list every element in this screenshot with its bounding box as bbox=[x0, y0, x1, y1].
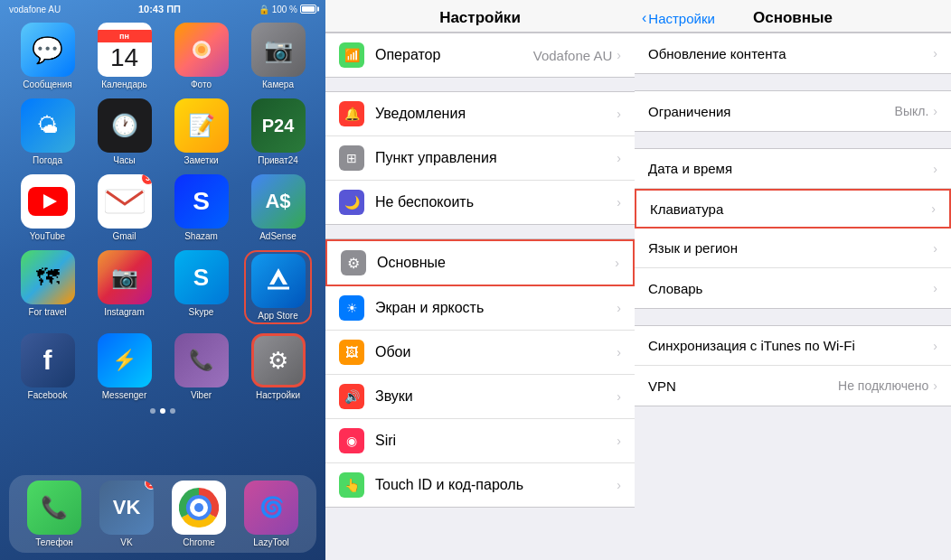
dictionary-chevron: › bbox=[933, 281, 937, 295]
restrictions-chevron: › bbox=[933, 104, 937, 118]
control-center-chevron: › bbox=[617, 151, 621, 165]
settings-list: 📶 Оператор Vodafone AU › 🔔 Уведомления ›… bbox=[325, 33, 635, 560]
appstore-label: App Store bbox=[258, 311, 297, 321]
dot-1 bbox=[150, 408, 155, 414]
dock-phone[interactable]: 📞 Телефон bbox=[27, 481, 81, 547]
settings-item-control-center[interactable]: ⊞ Пункт управления › bbox=[325, 136, 635, 181]
youtube-label: YouTube bbox=[30, 231, 65, 241]
app-messenger[interactable]: ⚡ Messenger bbox=[90, 333, 158, 400]
app-viber[interactable]: 📞 Viber bbox=[167, 333, 235, 400]
settings-section-operator: 📶 Оператор Vodafone AU › bbox=[325, 33, 635, 78]
settings-item-sounds[interactable]: 🔊 Звуки › bbox=[325, 375, 635, 419]
sounds-icon: 🔊 bbox=[339, 384, 364, 409]
settings-section-general: ⚙ Основные › ☀ Экран и яркость › 🖼 Обои … bbox=[325, 238, 635, 508]
camera-icon: 📷 bbox=[251, 23, 306, 77]
operator-icon: 📶 bbox=[339, 42, 364, 68]
general-item-restrictions[interactable]: Ограничения Выкл. › bbox=[635, 91, 951, 131]
app-photos[interactable]: Фото bbox=[167, 23, 235, 89]
shazam-icon: S bbox=[174, 174, 229, 229]
settings-item-display[interactable]: ☀ Экран и яркость › bbox=[325, 286, 635, 331]
battery-status: 🔒 100 % bbox=[259, 5, 316, 14]
privat24-icon: P24 bbox=[251, 98, 306, 153]
app-settings[interactable]: ⚙ Настройки bbox=[244, 333, 312, 400]
settings-item-general[interactable]: ⚙ Основные › bbox=[325, 239, 635, 286]
general-item-language[interactable]: Язык и регион › bbox=[635, 229, 951, 268]
app-instagram[interactable]: 📷 Instagram bbox=[90, 250, 158, 324]
general-section-1: Обновление контента › bbox=[635, 33, 951, 74]
adsense-label: AdSense bbox=[259, 231, 297, 241]
app-clock[interactable]: 🕐 Часы bbox=[90, 98, 158, 165]
general-item-vpn[interactable]: VPN Не подключено › bbox=[635, 366, 951, 406]
app-skype[interactable]: S Skype bbox=[167, 250, 235, 324]
messages-icon: 💬 bbox=[21, 23, 75, 77]
vk-label: VK bbox=[120, 537, 132, 547]
phone-screen: vodafone AU 10:43 ПП 🔒 100 % 💬 Сообщения… bbox=[0, 0, 325, 560]
display-icon: ☀ bbox=[339, 295, 364, 321]
messages-label: Сообщения bbox=[23, 79, 71, 89]
app-facebook[interactable]: f Facebook bbox=[14, 333, 81, 400]
messenger-icon: ⚡ bbox=[98, 333, 152, 387]
facebook-label: Facebook bbox=[28, 390, 68, 400]
app-camera[interactable]: 📷 Камера bbox=[244, 23, 312, 89]
settings-item-siri[interactable]: ◉ Siri › bbox=[325, 419, 635, 463]
back-chevron-icon: ‹ bbox=[642, 10, 646, 26]
calendar-day: пн bbox=[98, 30, 152, 42]
app-messages[interactable]: 💬 Сообщения bbox=[14, 23, 81, 89]
dock-chrome[interactable]: Chrome bbox=[172, 481, 226, 547]
keyboard-label: Клавиатура bbox=[650, 201, 931, 217]
app-weather[interactable]: 🌤 Погода bbox=[14, 98, 81, 165]
display-chevron: › bbox=[617, 301, 621, 315]
app-notes[interactable]: 📝 Заметки bbox=[167, 98, 235, 165]
app-privat24[interactable]: P24 Приват24 bbox=[244, 98, 312, 165]
settings-item-operator[interactable]: 📶 Оператор Vodafone AU › bbox=[325, 33, 635, 77]
settings-item-notifications[interactable]: 🔔 Уведомления › bbox=[325, 92, 635, 136]
sounds-chevron: › bbox=[617, 389, 621, 404]
skype-label: Skype bbox=[189, 307, 214, 317]
chrome-icon bbox=[172, 481, 226, 535]
vpn-label: VPN bbox=[648, 378, 838, 394]
app-youtube[interactable]: YouTube bbox=[14, 174, 81, 241]
general-item-dictionary[interactable]: Словарь › bbox=[635, 268, 951, 308]
app-shazam[interactable]: S Shazam bbox=[167, 174, 235, 241]
page-dots bbox=[0, 405, 325, 417]
sounds-label: Звуки bbox=[375, 388, 617, 405]
vpn-chevron: › bbox=[933, 378, 937, 393]
clock-icon: 🕐 bbox=[98, 98, 152, 153]
dock-vk[interactable]: VK 1 VK bbox=[99, 481, 154, 547]
general-item-content-update[interactable]: Обновление контента › bbox=[635, 33, 951, 73]
vk-icon: VK 1 bbox=[99, 481, 154, 535]
phone-icon: 📞 bbox=[27, 481, 81, 535]
content-update-label: Обновление контента bbox=[648, 46, 933, 61]
general-header: ‹ Настройки Основные bbox=[635, 0, 951, 33]
phone-label: Телефон bbox=[35, 537, 72, 547]
language-chevron: › bbox=[933, 241, 937, 256]
back-button[interactable]: ‹ Настройки bbox=[642, 10, 715, 26]
photos-icon bbox=[174, 23, 229, 77]
settings-item-wallpaper[interactable]: 🖼 Обои › bbox=[325, 331, 635, 375]
general-item-itunes-sync[interactable]: Синхронизация с iTunes по Wi-Fi › bbox=[635, 326, 951, 366]
settings-header: Настройки bbox=[325, 0, 635, 33]
general-chevron: › bbox=[615, 256, 619, 270]
settings-item-touchid[interactable]: 👆 Touch ID и код-пароль › bbox=[325, 463, 635, 507]
settings-item-dnd[interactable]: 🌙 Не беспокоить › bbox=[325, 181, 635, 224]
dock: 📞 Телефон VK 1 VK Chro bbox=[9, 475, 316, 553]
dnd-icon: 🌙 bbox=[339, 190, 364, 215]
messenger-label: Messenger bbox=[102, 390, 146, 400]
dock-lazytool[interactable]: 🌀 LazyTool bbox=[244, 481, 298, 547]
app-calendar[interactable]: пн 14 Календарь bbox=[90, 23, 158, 89]
svg-point-2 bbox=[198, 46, 205, 53]
adsense-icon: A$ bbox=[251, 174, 306, 229]
app-maps[interactable]: 🗺 For travel bbox=[14, 250, 81, 324]
general-item-datetime[interactable]: Дата и время › bbox=[635, 149, 951, 189]
dot-3 bbox=[170, 408, 175, 414]
app-adsense[interactable]: A$ AdSense bbox=[244, 174, 312, 241]
app-gmail[interactable]: 3 Gmail bbox=[90, 174, 158, 241]
general-section-2: Ограничения Выкл. › bbox=[635, 90, 951, 132]
vk-badge: 1 bbox=[145, 481, 154, 490]
app-appstore[interactable]: App Store bbox=[244, 250, 312, 324]
notifications-icon: 🔔 bbox=[339, 101, 364, 126]
touchid-label: Touch ID и код-пароль bbox=[375, 477, 617, 493]
general-item-keyboard[interactable]: Клавиатура › bbox=[635, 189, 951, 229]
icons-grid: 💬 Сообщения пн 14 Календарь Фото 📷 Камер… bbox=[0, 18, 325, 405]
viber-label: Viber bbox=[191, 390, 212, 400]
